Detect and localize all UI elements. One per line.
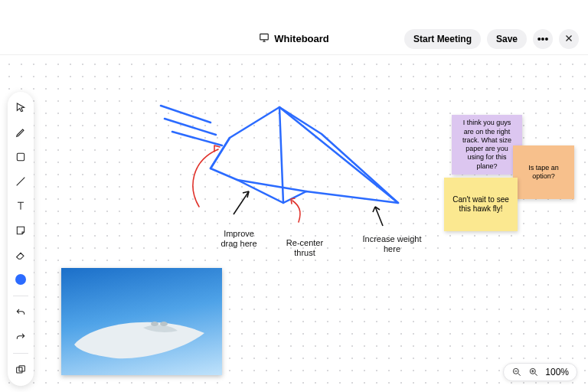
header-actions: Start Meeting Save ••• — [404, 29, 579, 49]
sticky-note[interactable]: I think you guys are on the right track.… — [452, 115, 522, 175]
color-picker-tool[interactable] — [11, 270, 31, 289]
more-button[interactable]: ••• — [533, 29, 553, 49]
close-button[interactable] — [559, 29, 579, 49]
annotation-increase-weight[interactable]: Increase weight here — [361, 234, 423, 254]
tool-palette — [8, 92, 34, 386]
svg-rect-1 — [17, 153, 24, 160]
embedded-image[interactable] — [61, 268, 222, 375]
svg-point-5 — [160, 322, 168, 326]
pen-tool[interactable] — [11, 122, 31, 142]
color-swatch-icon — [15, 274, 26, 285]
sticky-note-tool[interactable] — [11, 220, 31, 240]
undo-button[interactable] — [11, 302, 31, 322]
zoom-in-button[interactable] — [528, 367, 539, 377]
annotation-recenter-thrust[interactable]: Re-center thrust — [278, 238, 332, 258]
app-header: Whiteboard Start Meeting Save ••• — [0, 23, 588, 55]
sticky-note[interactable]: Is tape an option? — [513, 145, 574, 199]
svg-point-4 — [151, 322, 158, 326]
close-icon — [564, 33, 573, 45]
ellipsis-icon: ••• — [537, 33, 549, 45]
svg-rect-0 — [260, 34, 269, 40]
start-meeting-button[interactable]: Start Meeting — [404, 29, 481, 49]
sticky-note[interactable]: Can't wait to see this hawk fly! — [444, 178, 518, 231]
zoom-control: 100% — [503, 363, 577, 381]
line-tool[interactable] — [11, 172, 31, 191]
whiteboard-icon — [259, 32, 270, 45]
zoom-out-button[interactable] — [511, 367, 522, 377]
text-tool[interactable] — [11, 196, 31, 216]
frames-tool[interactable] — [11, 360, 31, 380]
select-tool[interactable] — [11, 98, 31, 118]
title-group: Whiteboard — [259, 32, 329, 45]
shape-tool[interactable] — [11, 147, 31, 167]
zoom-level: 100% — [545, 367, 569, 377]
redo-button[interactable] — [11, 327, 31, 347]
toolbar-separator — [13, 296, 28, 296]
annotation-improve-drag[interactable]: Improve drag here — [216, 229, 262, 249]
aircraft-illustration — [70, 314, 208, 368]
save-button[interactable]: Save — [487, 29, 527, 49]
page-title: Whiteboard — [274, 33, 329, 44]
toolbar-separator — [13, 353, 28, 354]
eraser-tool[interactable] — [11, 245, 31, 265]
